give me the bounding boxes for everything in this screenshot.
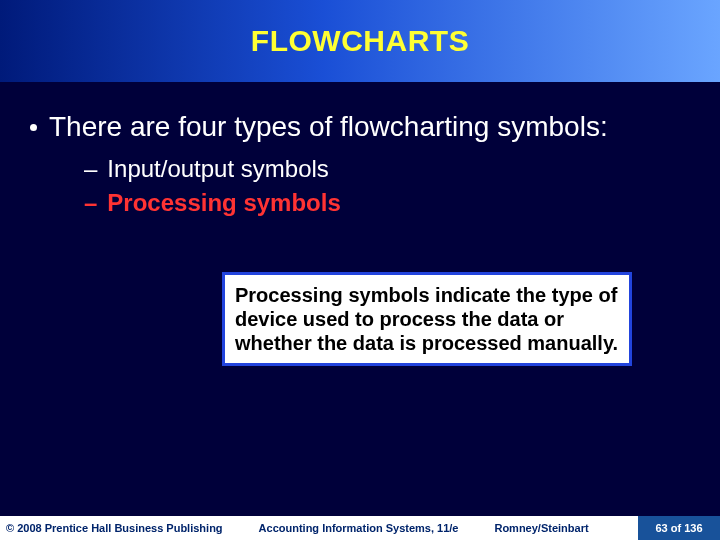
sub-bullet-list: – Input/output symbols – Processing symb… bbox=[84, 154, 690, 218]
bullet-row: There are four types of flowcharting sym… bbox=[30, 110, 690, 144]
slide-body: There are four types of flowcharting sym… bbox=[30, 110, 690, 222]
footer-authors: Romney/Steinbart bbox=[494, 522, 588, 534]
slide-title: FLOWCHARTS bbox=[251, 24, 469, 58]
slide: FLOWCHARTS There are four types of flowc… bbox=[0, 0, 720, 540]
dash-icon: – bbox=[84, 188, 97, 218]
footer-left: © 2008 Prentice Hall Business Publishing… bbox=[0, 516, 638, 540]
footer: © 2008 Prentice Hall Business Publishing… bbox=[0, 516, 720, 540]
footer-page-number: 63 of 136 bbox=[638, 516, 720, 540]
dash-icon: – bbox=[84, 154, 97, 184]
sub-bullet-text: Input/output symbols bbox=[107, 154, 328, 184]
sub-bullet-item: – Processing symbols bbox=[84, 188, 690, 218]
callout-box: Processing symbols indicate the type of … bbox=[222, 272, 632, 366]
main-bullet-text: There are four types of flowcharting sym… bbox=[49, 110, 608, 144]
callout-text: Processing symbols indicate the type of … bbox=[235, 283, 619, 355]
footer-book: Accounting Information Systems, 11/e bbox=[259, 522, 459, 534]
sub-bullet-text-highlighted: Processing symbols bbox=[107, 188, 340, 218]
sub-bullet-item: – Input/output symbols bbox=[84, 154, 690, 184]
bullet-dot-icon bbox=[30, 124, 37, 131]
callout: Processing symbols indicate the type of … bbox=[222, 272, 632, 366]
footer-copyright: © 2008 Prentice Hall Business Publishing bbox=[6, 522, 223, 534]
title-bar: FLOWCHARTS bbox=[0, 0, 720, 82]
